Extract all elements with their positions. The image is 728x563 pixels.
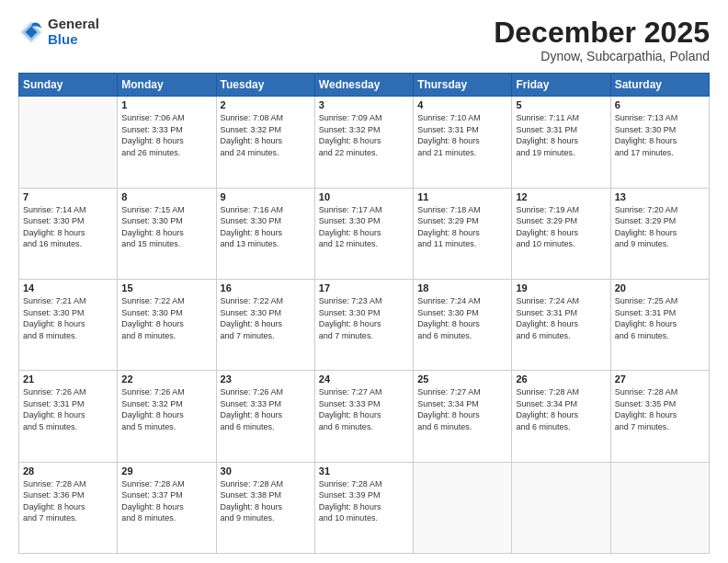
calendar-week-row: 28Sunrise: 7:28 AMSunset: 3:36 PMDayligh… — [19, 462, 710, 553]
col-monday: Monday — [118, 74, 216, 97]
day-info: Sunrise: 7:26 AMSunset: 3:33 PMDaylight:… — [221, 386, 311, 432]
day-number: 28 — [23, 465, 113, 477]
table-row: 30Sunrise: 7:28 AMSunset: 3:38 PMDayligh… — [216, 462, 314, 553]
table-row: 2Sunrise: 7:08 AMSunset: 3:32 PMDaylight… — [216, 97, 314, 188]
table-row: 5Sunrise: 7:11 AMSunset: 3:31 PMDaylight… — [512, 97, 610, 188]
day-info: Sunrise: 7:28 AMSunset: 3:37 PMDaylight:… — [121, 478, 211, 524]
day-info: Sunrise: 7:09 AMSunset: 3:32 PMDaylight:… — [319, 112, 409, 158]
day-info: Sunrise: 7:14 AMSunset: 3:30 PMDaylight:… — [23, 204, 113, 250]
day-info: Sunrise: 7:28 AMSunset: 3:34 PMDaylight:… — [516, 386, 606, 432]
day-info: Sunrise: 7:18 AMSunset: 3:29 PMDaylight:… — [417, 204, 507, 250]
day-info: Sunrise: 7:06 AMSunset: 3:33 PMDaylight:… — [121, 112, 211, 158]
day-number: 13 — [615, 191, 705, 202]
table-row: 6Sunrise: 7:13 AMSunset: 3:30 PMDaylight… — [610, 97, 709, 188]
table-row — [610, 462, 709, 553]
table-row: 7Sunrise: 7:14 AMSunset: 3:30 PMDaylight… — [19, 188, 118, 279]
day-info: Sunrise: 7:17 AMSunset: 3:30 PMDaylight:… — [319, 204, 409, 250]
day-number: 19 — [516, 282, 606, 293]
table-row — [414, 462, 512, 553]
day-number: 31 — [319, 465, 409, 477]
day-number: 17 — [319, 282, 409, 293]
day-number: 3 — [319, 99, 409, 110]
day-number: 20 — [615, 282, 705, 293]
table-row: 19Sunrise: 7:24 AMSunset: 3:31 PMDayligh… — [512, 279, 610, 370]
day-info: Sunrise: 7:28 AMSunset: 3:35 PMDaylight:… — [615, 386, 705, 432]
calendar-week-row: 14Sunrise: 7:21 AMSunset: 3:30 PMDayligh… — [19, 279, 710, 370]
table-row: 20Sunrise: 7:25 AMSunset: 3:31 PMDayligh… — [610, 279, 709, 370]
table-row: 28Sunrise: 7:28 AMSunset: 3:36 PMDayligh… — [19, 462, 118, 553]
table-row: 12Sunrise: 7:19 AMSunset: 3:29 PMDayligh… — [512, 188, 610, 279]
day-info: Sunrise: 7:16 AMSunset: 3:30 PMDaylight:… — [221, 204, 311, 250]
day-info: Sunrise: 7:28 AMSunset: 3:39 PMDaylight:… — [319, 478, 409, 524]
title-block: December 2025 Dynow, Subcarpathia, Polan… — [494, 17, 710, 63]
logo-icon — [18, 19, 44, 45]
day-info: Sunrise: 7:20 AMSunset: 3:29 PMDaylight:… — [615, 204, 705, 250]
calendar-table: Sunday Monday Tuesday Wednesday Thursday… — [18, 73, 710, 554]
day-number: 14 — [23, 282, 113, 293]
table-row: 23Sunrise: 7:26 AMSunset: 3:33 PMDayligh… — [216, 371, 314, 462]
day-info: Sunrise: 7:19 AMSunset: 3:29 PMDaylight:… — [516, 204, 606, 250]
col-saturday: Saturday — [610, 74, 709, 97]
day-number: 30 — [221, 465, 311, 477]
table-row — [512, 462, 610, 553]
logo-text: General Blue — [48, 17, 99, 47]
day-info: Sunrise: 7:26 AMSunset: 3:32 PMDaylight:… — [121, 386, 211, 432]
day-number: 24 — [319, 373, 409, 385]
table-row: 17Sunrise: 7:23 AMSunset: 3:30 PMDayligh… — [314, 279, 413, 370]
table-row: 3Sunrise: 7:09 AMSunset: 3:32 PMDaylight… — [314, 97, 413, 188]
day-number: 8 — [121, 191, 211, 202]
day-info: Sunrise: 7:10 AMSunset: 3:31 PMDaylight:… — [417, 112, 507, 158]
table-row: 9Sunrise: 7:16 AMSunset: 3:30 PMDaylight… — [216, 188, 314, 279]
day-info: Sunrise: 7:13 AMSunset: 3:30 PMDaylight:… — [615, 112, 705, 158]
day-number: 18 — [417, 282, 507, 293]
logo-blue-text: Blue — [48, 32, 99, 48]
day-info: Sunrise: 7:11 AMSunset: 3:31 PMDaylight:… — [516, 112, 606, 158]
table-row: 25Sunrise: 7:27 AMSunset: 3:34 PMDayligh… — [414, 371, 512, 462]
day-info: Sunrise: 7:21 AMSunset: 3:30 PMDaylight:… — [23, 295, 113, 341]
table-row: 22Sunrise: 7:26 AMSunset: 3:32 PMDayligh… — [118, 371, 216, 462]
table-row: 31Sunrise: 7:28 AMSunset: 3:39 PMDayligh… — [314, 462, 413, 553]
day-info: Sunrise: 7:08 AMSunset: 3:32 PMDaylight:… — [221, 112, 311, 158]
day-info: Sunrise: 7:24 AMSunset: 3:30 PMDaylight:… — [417, 295, 507, 341]
day-number: 26 — [516, 373, 606, 385]
day-number: 22 — [121, 373, 211, 385]
col-sunday: Sunday — [19, 74, 118, 97]
day-number: 9 — [221, 191, 311, 202]
calendar-week-row: 21Sunrise: 7:26 AMSunset: 3:31 PMDayligh… — [19, 371, 710, 462]
day-number: 29 — [121, 465, 211, 477]
day-number: 21 — [23, 373, 113, 385]
day-number: 25 — [417, 373, 507, 385]
day-number: 4 — [417, 99, 507, 110]
day-number: 7 — [23, 191, 113, 202]
day-info: Sunrise: 7:24 AMSunset: 3:31 PMDaylight:… — [516, 295, 606, 341]
page: General Blue December 2025 Dynow, Subcar… — [0, 0, 728, 563]
col-friday: Friday — [512, 74, 610, 97]
logo: General Blue — [18, 17, 99, 47]
location: Dynow, Subcarpathia, Poland — [494, 49, 710, 63]
day-number: 10 — [319, 191, 409, 202]
table-row: 4Sunrise: 7:10 AMSunset: 3:31 PMDaylight… — [414, 97, 512, 188]
calendar-header-row: Sunday Monday Tuesday Wednesday Thursday… — [19, 74, 710, 97]
table-row: 18Sunrise: 7:24 AMSunset: 3:30 PMDayligh… — [414, 279, 512, 370]
col-tuesday: Tuesday — [216, 74, 314, 97]
day-info: Sunrise: 7:27 AMSunset: 3:34 PMDaylight:… — [417, 386, 507, 432]
table-row: 24Sunrise: 7:27 AMSunset: 3:33 PMDayligh… — [314, 371, 413, 462]
table-row: 1Sunrise: 7:06 AMSunset: 3:33 PMDaylight… — [118, 97, 216, 188]
header: General Blue December 2025 Dynow, Subcar… — [18, 17, 710, 63]
day-number: 1 — [121, 99, 211, 110]
table-row: 11Sunrise: 7:18 AMSunset: 3:29 PMDayligh… — [414, 188, 512, 279]
table-row: 29Sunrise: 7:28 AMSunset: 3:37 PMDayligh… — [118, 462, 216, 553]
day-info: Sunrise: 7:27 AMSunset: 3:33 PMDaylight:… — [319, 386, 409, 432]
calendar-week-row: 1Sunrise: 7:06 AMSunset: 3:33 PMDaylight… — [19, 97, 710, 188]
day-number: 15 — [121, 282, 211, 293]
day-number: 27 — [615, 373, 705, 385]
table-row: 10Sunrise: 7:17 AMSunset: 3:30 PMDayligh… — [314, 188, 413, 279]
table-row: 14Sunrise: 7:21 AMSunset: 3:30 PMDayligh… — [19, 279, 118, 370]
day-info: Sunrise: 7:25 AMSunset: 3:31 PMDaylight:… — [615, 295, 705, 341]
col-wednesday: Wednesday — [314, 74, 413, 97]
day-number: 11 — [417, 191, 507, 202]
day-info: Sunrise: 7:15 AMSunset: 3:30 PMDaylight:… — [121, 204, 211, 250]
col-thursday: Thursday — [414, 74, 512, 97]
day-info: Sunrise: 7:28 AMSunset: 3:38 PMDaylight:… — [221, 478, 311, 524]
day-number: 12 — [516, 191, 606, 202]
